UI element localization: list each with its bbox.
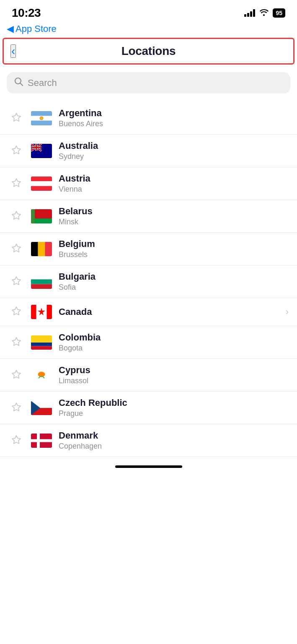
svg-rect-20 bbox=[31, 209, 35, 223]
home-bar bbox=[115, 465, 182, 468]
svg-rect-44 bbox=[31, 439, 52, 442]
svg-rect-32 bbox=[31, 343, 52, 346]
favorite-star-icon[interactable] bbox=[8, 241, 24, 257]
list-item[interactable]: AustraliaSydney bbox=[0, 135, 297, 167]
location-info: AustriaVienna bbox=[59, 173, 289, 194]
favorite-star-icon[interactable] bbox=[8, 304, 24, 320]
flag-dk-icon bbox=[31, 434, 52, 448]
svg-rect-17 bbox=[31, 186, 52, 190]
svg-rect-24 bbox=[31, 275, 52, 279]
location-city: Bogota bbox=[59, 344, 289, 353]
list-item[interactable]: ArgentinaBuenos Aires bbox=[0, 102, 297, 135]
list-item[interactable]: BulgariaSofia bbox=[0, 265, 297, 298]
svg-point-4 bbox=[40, 117, 43, 120]
location-name: Argentina bbox=[59, 108, 289, 119]
svg-rect-33 bbox=[31, 346, 52, 350]
location-city: Prague bbox=[59, 409, 289, 418]
list-item[interactable]: BelgiumBrussels bbox=[0, 233, 297, 265]
list-item[interactable]: Czech RepublicPrague bbox=[0, 392, 297, 424]
location-info: ColombiaBogota bbox=[59, 332, 289, 353]
location-name: Australia bbox=[59, 140, 289, 151]
location-info: Canada bbox=[59, 306, 279, 317]
location-city: Sydney bbox=[59, 152, 289, 161]
location-name: Colombia bbox=[59, 332, 289, 343]
flag-bg-icon bbox=[31, 275, 52, 289]
location-info: AustraliaSydney bbox=[59, 140, 289, 161]
wifi-icon bbox=[259, 8, 269, 18]
location-city: Minsk bbox=[59, 218, 289, 226]
favorite-star-icon[interactable] bbox=[8, 433, 24, 449]
favorite-star-icon[interactable] bbox=[8, 208, 24, 224]
location-city: Brussels bbox=[59, 250, 289, 259]
flag-ar-icon bbox=[31, 111, 52, 125]
flag-be-icon bbox=[31, 242, 52, 256]
list-item[interactable]: CyprusLimassol bbox=[0, 359, 297, 392]
home-indicator bbox=[0, 457, 297, 472]
status-time: 10:23 bbox=[12, 6, 41, 20]
svg-rect-31 bbox=[31, 335, 52, 343]
location-name: Canada bbox=[59, 306, 279, 317]
svg-rect-16 bbox=[31, 181, 52, 186]
location-name: Bulgaria bbox=[59, 271, 289, 282]
favorite-star-icon[interactable] bbox=[8, 400, 24, 416]
svg-rect-21 bbox=[31, 242, 38, 256]
favorite-star-icon[interactable] bbox=[8, 143, 24, 159]
location-info: BelgiumBrussels bbox=[59, 239, 289, 259]
chevron-right-icon: › bbox=[286, 306, 289, 317]
search-placeholder: Search bbox=[28, 78, 57, 88]
list-item[interactable]: BelarusMinsk bbox=[0, 200, 297, 233]
svg-rect-26 bbox=[31, 284, 52, 288]
location-name: Belarus bbox=[59, 206, 289, 217]
flag-ca-icon bbox=[31, 305, 52, 319]
flag-au-icon bbox=[31, 144, 52, 158]
flag-at-icon bbox=[31, 177, 52, 191]
location-info: BelarusMinsk bbox=[59, 206, 289, 226]
signal-bars-icon bbox=[244, 9, 255, 17]
svg-rect-22 bbox=[38, 242, 45, 256]
list-item[interactable]: ColombiaBogota bbox=[0, 326, 297, 359]
location-list: ArgentinaBuenos Aires AustraliaSydney Au… bbox=[0, 98, 297, 457]
app-store-back[interactable]: ◀ App Store bbox=[0, 23, 297, 38]
header-nav: ‹ Locations bbox=[3, 38, 294, 65]
svg-rect-29 bbox=[47, 305, 52, 319]
svg-rect-25 bbox=[31, 279, 52, 284]
flag-co-icon bbox=[31, 335, 52, 350]
location-name: Czech Republic bbox=[59, 397, 289, 408]
svg-rect-15 bbox=[31, 177, 52, 181]
location-info: CyprusLimassol bbox=[59, 365, 289, 385]
list-item[interactable]: Canada› bbox=[0, 298, 297, 326]
app-store-back-chevron: ◀ bbox=[7, 23, 14, 34]
search-bar[interactable]: Search bbox=[7, 72, 290, 93]
location-name: Austria bbox=[59, 173, 289, 184]
svg-rect-28 bbox=[31, 305, 36, 319]
favorite-star-icon[interactable] bbox=[8, 110, 24, 126]
flag-cy-icon bbox=[31, 368, 52, 382]
location-info: Czech RepublicPrague bbox=[59, 397, 289, 418]
favorite-star-icon[interactable] bbox=[8, 335, 24, 351]
svg-line-1 bbox=[20, 83, 23, 86]
location-city: Limassol bbox=[59, 377, 289, 385]
location-city: Sofia bbox=[59, 283, 289, 292]
location-city: Vienna bbox=[59, 185, 289, 194]
list-item[interactable]: AustriaVienna bbox=[0, 167, 297, 200]
location-name: Denmark bbox=[59, 430, 289, 441]
location-info: DenmarkCopenhagen bbox=[59, 430, 289, 451]
page-title: Locations bbox=[121, 44, 176, 58]
location-name: Cyprus bbox=[59, 365, 289, 376]
favorite-star-icon[interactable] bbox=[8, 274, 24, 290]
search-icon bbox=[14, 77, 23, 88]
favorite-star-icon[interactable] bbox=[8, 367, 24, 383]
back-button[interactable]: ‹ bbox=[10, 44, 16, 58]
location-city: Copenhagen bbox=[59, 442, 289, 451]
location-name: Belgium bbox=[59, 239, 289, 249]
flag-by-icon bbox=[31, 209, 52, 223]
status-icons: 95 bbox=[244, 8, 285, 18]
battery-icon: 95 bbox=[273, 8, 285, 18]
location-info: BulgariaSofia bbox=[59, 271, 289, 292]
location-city: Buenos Aires bbox=[59, 119, 289, 128]
status-bar: 10:23 95 bbox=[0, 0, 297, 23]
search-container: Search bbox=[0, 65, 297, 98]
list-item[interactable]: DenmarkCopenhagen bbox=[0, 424, 297, 457]
svg-rect-23 bbox=[45, 242, 52, 256]
favorite-star-icon[interactable] bbox=[8, 176, 24, 192]
